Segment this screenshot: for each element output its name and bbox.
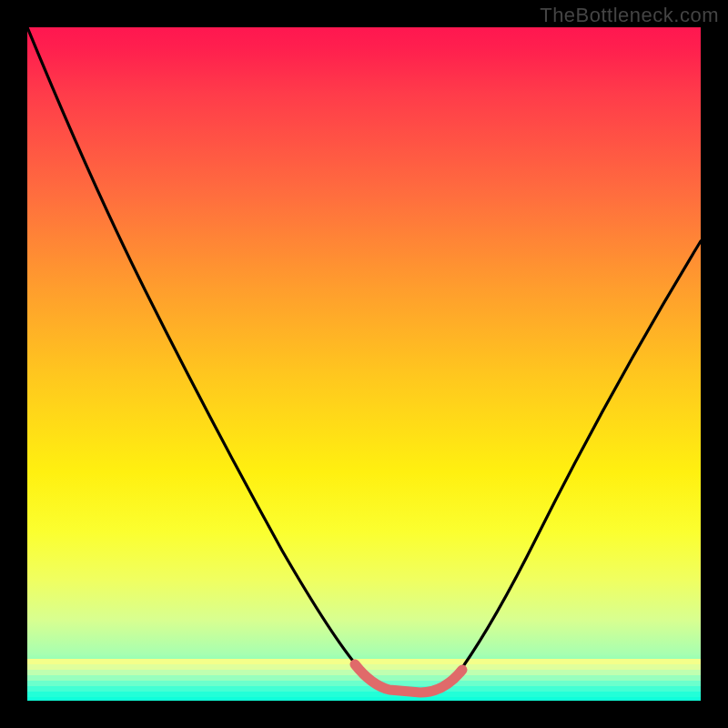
flat-bottom-highlight (355, 664, 462, 693)
bottleneck-curve (27, 27, 701, 693)
chart-frame: TheBottleneck.com (0, 0, 728, 728)
plot-area (27, 27, 701, 701)
curve-svg (27, 27, 701, 701)
watermark-text: TheBottleneck.com (540, 4, 719, 27)
